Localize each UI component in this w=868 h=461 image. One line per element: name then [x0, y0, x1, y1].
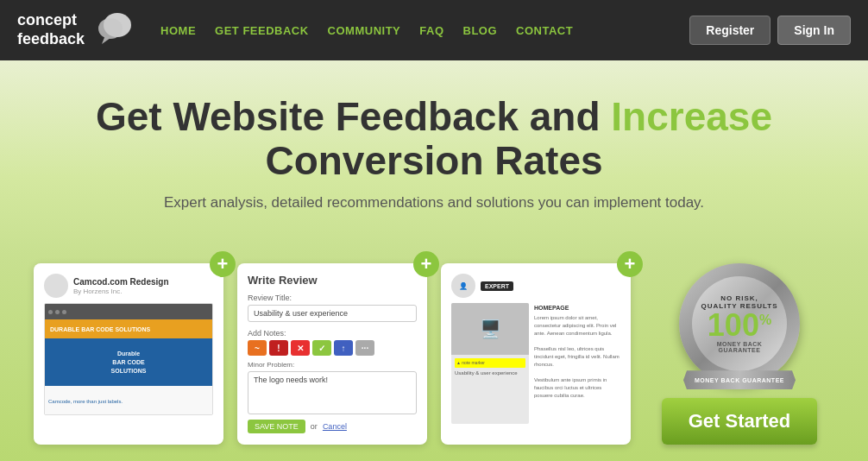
sc-banner: DURABLE BAR CODE SOLUTIONS: [45, 319, 212, 338]
screenshot-topbar: [45, 304, 212, 319]
btn-check[interactable]: ✓: [312, 340, 331, 356]
sc-footer: Camcode, more than just labels.: [45, 386, 212, 415]
review-title-label: Review Title:: [248, 294, 417, 302]
nav-home[interactable]: HOME: [160, 24, 196, 37]
card3-avatar: 👤: [451, 274, 475, 298]
badge-ribbon: MONEY BACK GUARANTEE: [683, 370, 796, 389]
signin-button[interactable]: Sign In: [777, 16, 851, 45]
card2-toolbar: ~ ! ✕ ✓ ↑ ···: [248, 340, 417, 356]
nav-contact[interactable]: CONTACT: [516, 24, 573, 37]
card-write-review: + Write Review Review Title: Usability &…: [237, 263, 427, 445]
badge-inner: NO RISK,QUALITY RESULTS 100% MONEY BACKG…: [692, 276, 787, 371]
logo: concept feedback: [17, 9, 135, 51]
card2-header: Write Review: [248, 274, 417, 287]
plus-icon-2: +: [413, 251, 439, 277]
logo-icon: [93, 9, 135, 51]
nav-blog[interactable]: BLOG: [463, 24, 498, 37]
review-title-input[interactable]: Usability & user experience: [248, 305, 417, 322]
card1-screenshot: DURABLE BAR CODE SOLUTIONS DurableBAR CO…: [44, 303, 213, 415]
card3-image: 🖥️ ▲ note marker Usability & user experi…: [451, 303, 529, 424]
add-notes-label: Add Notes:: [248, 329, 417, 338]
cards-row: + Camcod.com Redesign By Horzens Inc. DU…: [17, 255, 851, 445]
badge-outer: NO RISK,QUALITY RESULTS 100% MONEY BACKG…: [679, 263, 800, 384]
badge-ribbon-text: MONEY BACK GUARANTEE: [695, 377, 784, 383]
card2-actions: SAVE NOTE or Cancel: [248, 420, 417, 433]
plus-icon-3: +: [617, 251, 643, 277]
topbar-dot-3: [62, 310, 66, 314]
minor-problem-textarea[interactable]: The logo needs work!: [248, 371, 417, 414]
card1-title: Camcod.com Redesign: [73, 277, 169, 287]
expert-badge: EXPERT: [481, 281, 513, 291]
card3-body-text: Lorem ipsum dolor sit amet, consectetur …: [534, 314, 620, 400]
card3-text-col: HOMEPAGE Lorem ipsum dolor sit amet, con…: [534, 303, 620, 424]
sc-banner-text: DURABLE BAR CODE SOLUTIONS: [50, 326, 150, 332]
card3-img-note: ▲ note marker Usability & user experienc…: [451, 355, 529, 380]
guarantee-badge: NO RISK,QUALITY RESULTS 100% MONEY BACKG…: [679, 263, 800, 384]
topbar-dot-2: [55, 310, 60, 314]
hero-section: Get Website Feedback and Increase Conver…: [0, 60, 868, 255]
btn-up[interactable]: ↑: [334, 340, 353, 356]
card3-section-title: HOMEPAGE: [534, 303, 620, 313]
badge-100: 100: [708, 310, 759, 341]
cards-section: + Camcod.com Redesign By Horzens Inc. DU…: [0, 255, 868, 461]
card-get-started: NO RISK,QUALITY RESULTS 100% MONEY BACKG…: [645, 263, 834, 445]
badge-money-back: MONEY BACKGUARANTEE: [717, 341, 763, 353]
or-label: or: [311, 422, 318, 431]
get-started-button[interactable]: Get Started: [662, 398, 817, 445]
card3-img-inner: 🖥️: [451, 303, 529, 355]
btn-more[interactable]: ···: [355, 340, 374, 356]
btn-tilde[interactable]: ~: [248, 340, 267, 356]
logo-text: concept feedback: [17, 11, 85, 48]
btn-exclaim[interactable]: !: [269, 340, 288, 356]
card1-avatar: [44, 274, 68, 298]
topbar-dot-1: [48, 310, 53, 314]
nav-faq[interactable]: FAQ: [419, 24, 443, 37]
card1-subtitle: By Horzens Inc.: [73, 287, 169, 295]
screenshot-content: DURABLE BAR CODE SOLUTIONS DurableBAR CO…: [45, 319, 212, 415]
sc-footer-text: Camcode, more than just labels.: [48, 399, 123, 404]
plus-icon-1: +: [210, 251, 236, 277]
card-share-results: + 👤 EXPERT 🖥️ ▲ note marker Usability & …: [441, 263, 631, 445]
save-note-button[interactable]: SAVE NOTE: [248, 420, 305, 433]
badge-percent: %: [759, 313, 771, 327]
register-button[interactable]: Register: [689, 16, 771, 45]
card-post-website: + Camcod.com Redesign By Horzens Inc. DU…: [34, 263, 223, 445]
header: concept feedback HOME GET FEEDBACK COMMU…: [0, 0, 868, 60]
btn-x[interactable]: ✕: [291, 340, 310, 356]
hero-subheading: Expert analysis, detailed recommendation…: [17, 194, 851, 212]
minor-problem-label: Minor Problem:: [248, 361, 417, 369]
hero-heading: Get Website Feedback and Increase Conver…: [17, 95, 851, 182]
svg-point-1: [98, 18, 123, 39]
card1-header: Camcod.com Redesign By Horzens Inc.: [44, 274, 213, 298]
header-buttons: Register Sign In: [689, 16, 851, 45]
nav-get-feedback[interactable]: GET FEEDBACK: [215, 24, 309, 37]
main-nav: HOME GET FEEDBACK COMMUNITY FAQ BLOG CON…: [160, 24, 689, 37]
card3-img-icon: 🖥️: [480, 319, 501, 339]
card3-content: 🖥️ ▲ note marker Usability & user experi…: [451, 303, 620, 424]
card3-top: 👤 EXPERT: [451, 274, 620, 298]
sc-blue-block: DurableBAR CODESOLUTIONS: [45, 338, 212, 386]
sc-blue-text: DurableBAR CODESOLUTIONS: [111, 350, 147, 375]
nav-community[interactable]: COMMUNITY: [328, 24, 401, 37]
cancel-link[interactable]: Cancel: [323, 422, 347, 431]
